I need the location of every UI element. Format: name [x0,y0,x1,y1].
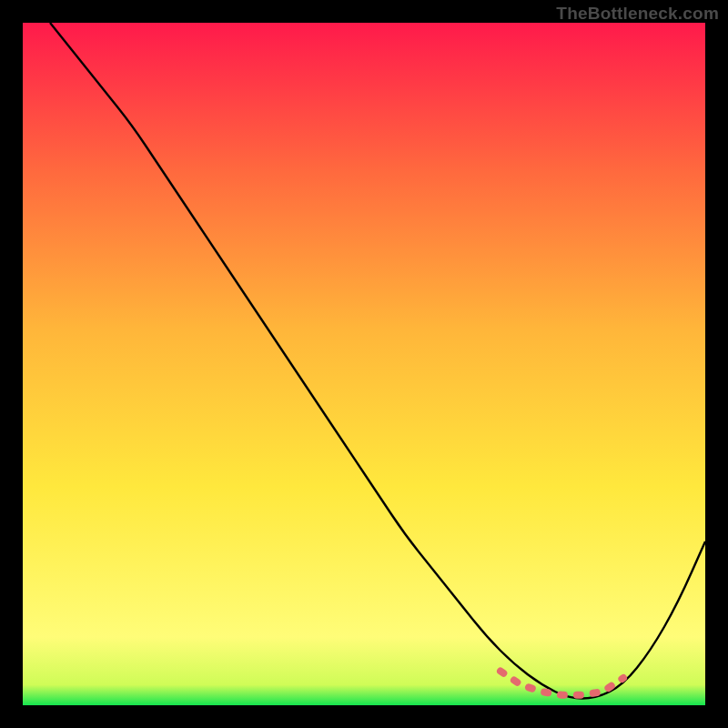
bottleneck-chart [23,23,705,705]
chart-stage: TheBottleneck.com [0,0,728,728]
gradient-background [23,23,705,705]
plot-area [23,23,705,705]
watermark-text: TheBottleneck.com [556,4,719,24]
